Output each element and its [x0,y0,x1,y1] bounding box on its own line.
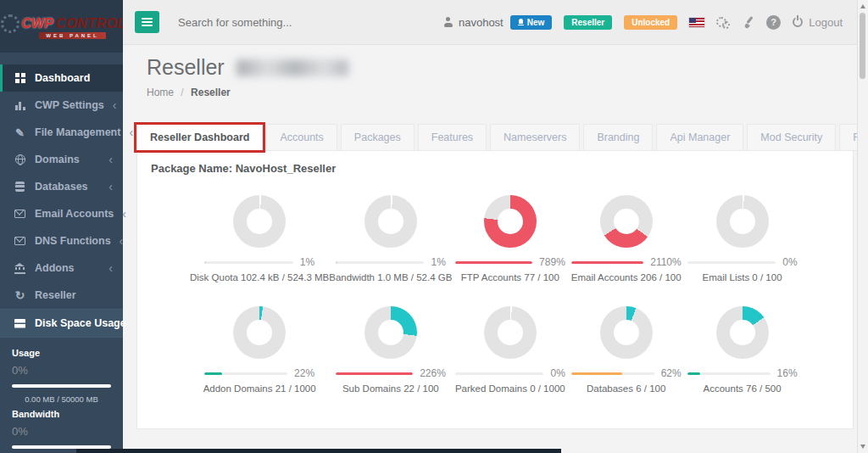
vertical-scrollbar[interactable] [857,0,868,453]
usage-percent-text: 1% [431,256,445,268]
gauge-sub-domains: 226% Sub Domains 22 / 100 [336,306,446,394]
unlocked-badge[interactable]: Unlocked [624,15,677,30]
donut-hole [247,209,272,234]
donut-hole [378,320,403,345]
donut-hole [614,320,639,345]
sidebar-item-label: File Management [35,126,120,138]
scroll-up-arrow-icon[interactable] [860,4,865,8]
usage-percent: 0% [12,364,111,377]
donut-chart [364,306,417,359]
tab-label: Nameservers [504,131,566,143]
tab-label: Packages [354,131,401,143]
sidebar-item-dashboard[interactable]: Dashboard [0,64,123,92]
usage-percent-text: 0% [782,256,797,268]
bandwidth-label: Bandwidth [12,409,111,419]
theme-brush-icon[interactable] [743,16,754,29]
usage-bar-track [687,372,771,375]
usage-label: Usage [12,348,111,358]
gauge-label: Disk Quota 102.4 kB / 524.3 MB [190,272,329,282]
sidebar-item-addons[interactable]: Addons ‹ [0,254,123,282]
help-icon[interactable] [766,15,781,30]
sidebar-item-dns-functions[interactable]: DNS Functions ‹ [0,227,123,254]
tab-nameservers[interactable]: Nameservers [490,124,580,151]
breadcrumb-home-link[interactable]: Home [147,87,174,98]
cwp-logo[interactable]: CWP CONTROL WEB PANEL [0,0,123,53]
gauge-email-accounts: 2110% Email Accounts 206 / 100 [571,195,682,282]
usage-percent-text: 2110% [650,256,681,268]
usage-percent-text: 0% [550,367,565,379]
tab-mod-security[interactable]: Mod Security [747,124,836,151]
usage-bar-fill [336,372,413,375]
sidebar-item-label: Databases [35,181,88,193]
sidebar-item-domains[interactable]: Domains ‹ [0,146,123,173]
dashboard-grid-icon [14,73,26,83]
server-icon [14,319,26,328]
logout-button[interactable]: Logout [793,16,843,29]
sidebar-item-disk-space-usage[interactable]: Disk Space Usage [0,309,123,338]
gauge-label: Databases 6 / 100 [587,383,665,394]
donut-chart [484,195,537,248]
cwp-logo-art: CWP CONTROL WEB PANEL [1,14,126,39]
user-menu[interactable]: navohost [443,16,504,29]
bell-icon [518,19,524,25]
search-input[interactable] [176,15,366,30]
new-notifications-badge[interactable]: New [510,15,553,30]
gauge-ftp-accounts: 789% FTP Accounts 77 / 100 [455,195,565,282]
tab-reseller-dashboard[interactable]: Reseller Dashboard [136,124,263,152]
sidebar-toggle-button[interactable] [135,11,159,33]
bank-icon [14,263,26,274]
sidebar-item-cwp-settings[interactable]: CWP Settings ‹ [0,92,123,119]
recycle-icon: ↻ [14,290,26,300]
hamburger-icon [142,21,153,23]
reseller-dashboard-panel: Package Name: NavoHost_Reseller 1% Disk … [136,150,854,429]
chevron-left-icon: ‹ [108,264,113,272]
tab-label: Branding [597,131,639,143]
donut-hole [730,209,755,234]
donut-chart [484,306,537,359]
sidebar-item-file-management[interactable]: ✎ File Management ‹ [0,119,123,146]
cwp-reseller-dashboard-screen: CWP CONTROL WEB PANEL Dashboard CWP Sett… [0,0,868,453]
usage-bar-fill [204,261,206,264]
settings-cogs-icon[interactable] [716,16,731,29]
sidebar-item-label: Domains [35,154,80,165]
tab-accounts[interactable]: Accounts [266,124,337,151]
user-icon [443,17,453,27]
envelope-icon [14,237,26,245]
sidebar-item-label: DNS Functions [35,235,111,247]
tab-features[interactable]: Features [418,124,487,151]
sidebar-item-databases[interactable]: Databases ‹ [0,173,123,200]
tab-label: Features [431,131,473,143]
edit-pencil-icon: ✎ [14,127,26,138]
tab-branding[interactable]: Branding [583,124,653,151]
tab-api-manager[interactable]: Api Manager [656,124,743,151]
scroll-down-arrow-icon[interactable] [860,445,865,449]
package-name-text: Package Name: NavoHost_Reseller [137,151,853,175]
breadcrumb: Home / Reseller [123,80,767,98]
usage-bar-fill [571,372,623,375]
reseller-badge[interactable]: Reseller [564,15,612,30]
scrollbar-thumb[interactable] [860,13,865,79]
globe-icon [14,154,26,165]
chevron-left-icon: ‹ [122,210,126,218]
gauge-label: Bandwidth 1.0 MB / 52.4 GB [329,272,452,282]
gauge-parked-domains: 0% Parked Domains 0 / 1000 [455,306,565,394]
chevron-left-icon: ‹ [108,155,113,164]
gauge-label: Accounts 76 / 500 [704,383,782,394]
usage-bar-track [687,261,776,264]
donut-chart [233,195,286,248]
new-badge-label: New [527,18,545,27]
sidebar-usage-stats: Usage 0% 0.00 MB / 50000 MB Bandwidth 0%… [0,338,123,453]
usage-bar-track [455,261,532,264]
bottom-edge-strip [76,449,561,453]
sidebar-item-reseller[interactable]: ↻ Reseller [0,282,123,309]
usage-bar-track [336,261,425,264]
us-flag-language-icon[interactable] [689,18,704,27]
sidebar-item-email-accounts[interactable]: Email Accounts ‹ [0,200,123,227]
logout-label: Logout [809,16,843,29]
reseller-card: Reseller Dashboard Accounts Packages Fea… [136,124,854,428]
envelope-icon [14,210,26,218]
donut-hole [378,209,403,234]
gauge-disk-quota: 1% Disk Quota 102.4 kB / 524.3 MB [190,195,329,282]
gauge-label: Parked Domains 0 / 1000 [455,383,565,394]
tab-packages[interactable]: Packages [341,124,415,151]
